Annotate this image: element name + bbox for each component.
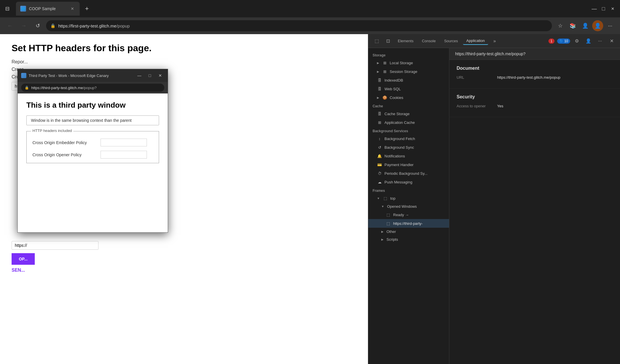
indexeddb-label: IndexedDB (384, 78, 403, 82)
access-to-opener-row: Access to opener Yes (457, 104, 613, 108)
popup-window: Third Party Test - Work - Microsoft Edge… (17, 69, 168, 233)
background-sync-label: Background Sync (384, 145, 414, 150)
sidebar-item-session-storage[interactable]: ▶ ⊞ Session Storage (368, 67, 449, 76)
popup-opener-input[interactable] (101, 151, 147, 159)
browser-tab-active[interactable]: 🌐 COOP Sample ✕ (16, 2, 80, 16)
new-tab-button[interactable]: + (81, 3, 93, 14)
sidebar-item-background-fetch[interactable]: ↕ Background Fetch (368, 134, 449, 143)
sidebar-item-notifications[interactable]: 🔔 Notifications (368, 152, 449, 160)
devtools-main-panel: https://third-party-test.glitch.me/popup… (449, 48, 620, 364)
send-link[interactable]: SEN... (12, 268, 356, 273)
storage-section-label: Storage (368, 51, 449, 58)
application-cache-icon: ⊞ (377, 120, 382, 125)
payment-handler-label: Payment Handler (384, 163, 413, 167)
security-title: Security (457, 94, 613, 100)
popup-maximize-button[interactable]: □ (146, 71, 154, 80)
sidebar-item-push-messaging[interactable]: ☁ Push Messaging (368, 178, 449, 186)
tab-application[interactable]: Application (463, 37, 488, 45)
tab-elements[interactable]: Elements (394, 37, 417, 45)
favorites-button[interactable]: ☆ (555, 20, 566, 31)
ready-icon: ⬚ (386, 212, 391, 217)
devtools-person-button[interactable]: 👤 (583, 36, 593, 46)
tab-sources[interactable]: Sources (441, 37, 462, 45)
popup-legend: HTTP headers included (31, 128, 73, 133)
popup-title-bar: Third Party Test - Work - Microsoft Edge… (18, 69, 168, 82)
opened-windows-label: Opened Windows (387, 204, 417, 209)
sidebar-item-indexeddb[interactable]: 🗄 IndexedDB (368, 76, 449, 84)
page-url-input-2[interactable] (12, 241, 99, 250)
popup-field-row-2: Cross Origin Opener Policy (32, 151, 153, 159)
cookies-icon: 🍪 (382, 95, 387, 100)
inspector-tool-button[interactable]: ⬚ (372, 36, 382, 46)
popup-address-text: https://third-party-test.glitch.me/popup… (31, 86, 96, 90)
open-button[interactable]: OP... (12, 253, 35, 265)
local-storage-arrow: ▶ (377, 61, 379, 65)
devtools-close-button[interactable]: ✕ (607, 36, 617, 46)
sidebar-item-cookies[interactable]: ▶ 🍪 Cookies (368, 93, 449, 102)
tab-favicon: 🌐 (20, 6, 26, 12)
tab-console[interactable]: Console (418, 37, 439, 45)
tab-bar: ⊟ 🌐 COOP Sample ✕ + — □ ✕ (0, 0, 620, 17)
maximize-button[interactable]: □ (599, 4, 608, 13)
access-to-opener-label: Access to opener (457, 104, 491, 108)
devtools-url-bar: https://third-party-test.glitch.me/popup… (449, 48, 620, 60)
sidebar-item-scripts[interactable]: ▶ Scripts (368, 236, 449, 243)
notifications-icon: 🔔 (377, 153, 382, 159)
indexeddb-icon: 🗄 (377, 78, 382, 83)
sidebar-item-other[interactable]: ▶ Other (368, 228, 449, 236)
popup-minimize-button[interactable]: — (135, 71, 143, 80)
sidebar-item-cache-storage[interactable]: 🗄 Cache Storage (368, 109, 449, 118)
minimize-button[interactable]: — (590, 4, 599, 13)
popup-lock-icon: 🔒 (25, 86, 29, 90)
tab-title: COOP Sample (29, 6, 67, 11)
session-storage-arrow: ▶ (377, 70, 379, 73)
session-storage-label: Session Storage (390, 69, 417, 74)
devtools-menu-button[interactable]: ··· (595, 36, 605, 46)
more-tabs-button[interactable]: » (490, 36, 499, 46)
reload-button[interactable]: ↺ (32, 20, 43, 31)
sidebar-item-opened-windows[interactable]: ▼ Opened Windows (368, 203, 449, 210)
frames-section-label: Frames (368, 186, 449, 194)
background-fetch-label: Background Fetch (384, 137, 415, 141)
close-button[interactable]: ✕ (608, 4, 617, 13)
popup-opener-label: Cross Origin Opener Policy (32, 152, 96, 157)
tab-close-button[interactable]: ✕ (70, 6, 75, 12)
frames-top-arrow: ▼ (377, 197, 380, 200)
sidebar-item-ready[interactable]: ⬚ Ready → (368, 210, 449, 219)
sidebar-item-background-sync[interactable]: ↺ Background Sync (368, 143, 449, 152)
profile-button[interactable]: 👤 (580, 20, 591, 31)
nav-actions: ☆ 📚 👤 👤 ··· (555, 20, 616, 31)
sidebar-item-frames-top[interactable]: ▼ ⬚ top (368, 194, 449, 203)
popup-title-text: Third Party Test - Work - Microsoft Edge… (29, 73, 133, 78)
forward-button[interactable]: → (18, 20, 29, 31)
back-button[interactable]: ← (4, 20, 15, 31)
cache-storage-label: Cache Storage (384, 112, 410, 116)
devtools-toolbar: ⬚ ⊡ Elements Console Sources Application… (368, 34, 620, 48)
page-title: Set HTTP headers for this page. (12, 43, 356, 54)
user-avatar[interactable]: 👤 (592, 20, 603, 31)
popup-address-bar[interactable]: 🔒 https://third-party-test.glitch.me/pop… (21, 84, 164, 92)
popup-embedder-input[interactable] (101, 139, 147, 146)
frames-top-label: top (390, 196, 395, 201)
address-bar[interactable]: 🔒 https://first-party-test.glitch.me/pop… (46, 20, 552, 31)
sidebar-item-periodic-bg-sync[interactable]: ⏱ Periodic Background Sy... (368, 169, 449, 178)
websql-icon: 🗄 (377, 86, 382, 91)
menu-button[interactable]: ··· (605, 20, 616, 31)
popup-heading: This is a third party window (26, 101, 159, 110)
sidebar-toggle-button[interactable]: ⊟ (3, 4, 12, 13)
popup-fieldset: HTTP headers included Cross Origin Embed… (26, 131, 159, 163)
sidebar-item-application-cache[interactable]: ⊞ Application Cache (368, 118, 449, 127)
popup-close-button[interactable]: ✕ (156, 71, 164, 80)
sidebar-item-third-party[interactable]: ⬚ https://third-party- (368, 219, 449, 228)
window-controls-right: — □ ✕ (590, 4, 617, 13)
application-cache-label: Application Cache (384, 120, 415, 125)
sidebar-item-payment-handler[interactable]: 💳 Payment Handler (368, 160, 449, 169)
url-value: https://third-party-test.glitch.me/popup (497, 75, 560, 80)
sidebar-item-local-storage[interactable]: ▶ ⊞ Local Storage (368, 58, 449, 67)
devtools-panel: ⬚ ⊡ Elements Console Sources Application… (368, 34, 620, 364)
device-tool-button[interactable]: ⊡ (383, 36, 393, 46)
lock-icon: 🔒 (50, 23, 55, 28)
collections-button[interactable]: 📚 (567, 20, 578, 31)
sidebar-item-websql[interactable]: 🗄 Web SQL (368, 84, 449, 93)
settings-button[interactable]: ⚙ (572, 36, 582, 46)
